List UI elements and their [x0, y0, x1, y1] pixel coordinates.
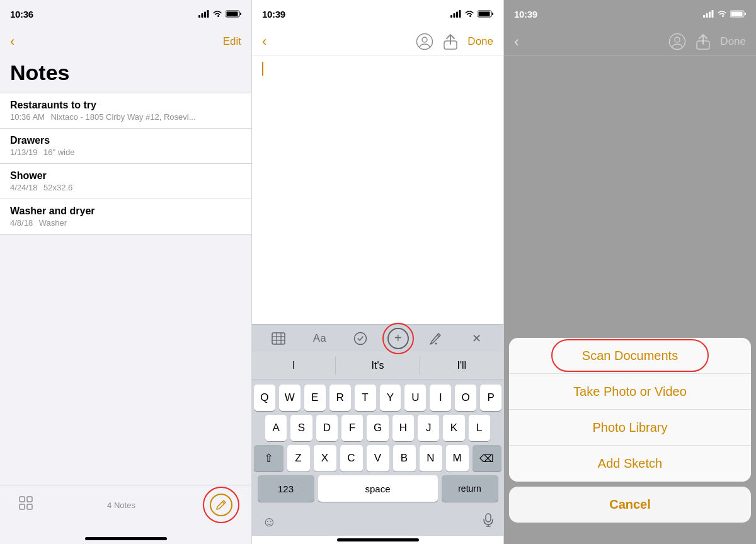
key-v[interactable]: V — [367, 445, 389, 472]
key-x[interactable]: X — [314, 445, 336, 472]
editor-area[interactable] — [252, 55, 503, 324]
autocorrect-2[interactable]: It's — [336, 360, 419, 371]
note-item-1[interactable]: Restaraunts to try 10:36 AM Nixtaco - 18… — [0, 93, 251, 129]
wifi-icon-1 — [212, 10, 222, 18]
time-1: 10:36 — [10, 9, 33, 20]
note-preview-1: Nixtaco - 1805 Cirby Way #12, Rosevi... — [51, 112, 196, 122]
key-row-2: A S D F G H J K L — [254, 415, 501, 441]
wifi-icon-3 — [717, 10, 727, 18]
key-e[interactable]: E — [304, 385, 326, 411]
share-icon-2[interactable] — [444, 33, 457, 50]
compose-button[interactable] — [210, 494, 232, 516]
key-f[interactable]: F — [341, 415, 363, 441]
autocorrect-3[interactable]: I'll — [420, 360, 503, 371]
key-h[interactable]: H — [392, 415, 414, 441]
note-item-2[interactable]: Drawers 1/13/19 16" wide — [0, 129, 251, 164]
status-icons-1 — [198, 10, 241, 18]
editor-toolbar: Aa + ✕ — [252, 324, 503, 352]
notes-list-panel: 10:36 ‹ Edit Notes — [0, 0, 252, 544]
svg-rect-13 — [456, 12, 458, 18]
note-date-1: 10:36 AM — [10, 112, 45, 122]
key-l[interactable]: L — [469, 415, 490, 441]
svg-rect-1 — [202, 13, 203, 18]
key-k[interactable]: K — [443, 415, 464, 441]
key-numbers[interactable]: 123 — [258, 475, 314, 502]
add-sketch-item[interactable]: Add Sketch — [509, 446, 751, 482]
svg-rect-36 — [731, 12, 743, 16]
svg-rect-16 — [479, 12, 490, 16]
compose-area — [210, 494, 232, 516]
note-editor-panel: 10:39 ‹ — [252, 0, 504, 544]
signal-icon-2 — [450, 10, 461, 18]
key-s[interactable]: S — [290, 415, 312, 441]
scan-documents-item[interactable]: Scan Documents — [509, 338, 751, 374]
table-icon[interactable] — [265, 327, 292, 350]
person-icon-3[interactable] — [668, 33, 686, 50]
done-button-2[interactable]: Done — [467, 35, 493, 48]
key-q[interactable]: Q — [254, 385, 275, 411]
note-preview-2: 16" wide — [43, 148, 74, 157]
key-p[interactable]: P — [480, 385, 501, 411]
back-icon-1[interactable]: ‹ — [10, 33, 14, 50]
key-shift[interactable]: ⇧ — [254, 445, 284, 472]
key-t[interactable]: T — [355, 385, 376, 411]
person-icon-2[interactable] — [416, 33, 433, 50]
key-w[interactable]: W — [279, 385, 301, 411]
bottom-bar-2: ☺ — [252, 508, 503, 536]
photo-library-label: Photo Library — [593, 420, 668, 435]
svg-rect-12 — [454, 13, 455, 18]
photo-library-item[interactable]: Photo Library — [509, 410, 751, 446]
battery-icon-3 — [730, 10, 746, 18]
emoji-icon[interactable]: ☺ — [262, 514, 276, 530]
svg-point-27 — [435, 342, 437, 344]
done-button-3[interactable]: Done — [720, 35, 746, 48]
grid-icon-1[interactable] — [19, 496, 33, 514]
key-r[interactable]: R — [329, 385, 351, 411]
key-delete[interactable]: ⌫ — [472, 445, 502, 472]
cancel-button[interactable]: Cancel — [509, 487, 751, 523]
key-space[interactable]: space — [318, 475, 438, 502]
key-c[interactable]: C — [340, 445, 363, 472]
edit-button[interactable]: Edit — [223, 35, 241, 48]
nav-bar-3: ‹ Done — [504, 28, 756, 55]
svg-rect-7 — [20, 497, 25, 502]
note-item-3[interactable]: Shower 4/24/18 52x32.6 — [0, 164, 251, 199]
notes-title: Notes — [0, 55, 251, 93]
add-icon[interactable]: + — [387, 328, 409, 349]
key-z[interactable]: Z — [287, 445, 310, 472]
status-bar-2: 10:39 — [252, 0, 503, 28]
take-photo-label: Take Photo or Video — [573, 385, 687, 399]
battery-icon-2 — [478, 10, 493, 18]
share-icon-3[interactable] — [696, 33, 710, 50]
key-j[interactable]: J — [418, 415, 439, 441]
key-o[interactable]: O — [455, 385, 476, 411]
svg-rect-11 — [450, 15, 452, 18]
pencil-icon[interactable] — [422, 327, 450, 350]
key-m[interactable]: M — [446, 445, 469, 472]
svg-rect-10 — [27, 504, 32, 509]
key-n[interactable]: N — [420, 445, 442, 472]
key-b[interactable]: B — [393, 445, 416, 472]
note-item-4[interactable]: Washer and dryer 4/8/18 Washer — [0, 199, 251, 234]
format-icon[interactable]: Aa — [306, 327, 333, 350]
key-i[interactable]: I — [430, 385, 451, 411]
key-g[interactable]: G — [367, 415, 388, 441]
back-icon-2[interactable]: ‹ — [262, 33, 266, 50]
back-icon-3[interactable]: ‹ — [514, 33, 519, 50]
note-date-3: 4/24/18 — [10, 183, 37, 192]
key-u[interactable]: U — [404, 385, 426, 411]
notes-list: Restaraunts to try 10:36 AM Nixtaco - 18… — [0, 93, 251, 485]
key-return[interactable]: return — [442, 475, 498, 502]
close-icon[interactable]: ✕ — [463, 327, 491, 350]
key-y[interactable]: Y — [380, 385, 401, 411]
take-photo-item[interactable]: Take Photo or Video — [509, 374, 751, 410]
key-d[interactable]: D — [316, 415, 338, 441]
nav-bar-1: ‹ Edit — [0, 28, 251, 55]
svg-point-39 — [675, 37, 680, 42]
autocorrect-1[interactable]: I — [252, 360, 335, 371]
notes-count: 4 Notes — [107, 501, 135, 510]
checklist-icon[interactable] — [346, 327, 374, 350]
key-a[interactable]: A — [265, 415, 287, 441]
mic-icon[interactable] — [483, 513, 493, 531]
add-icon-wrapper: + — [387, 328, 409, 349]
